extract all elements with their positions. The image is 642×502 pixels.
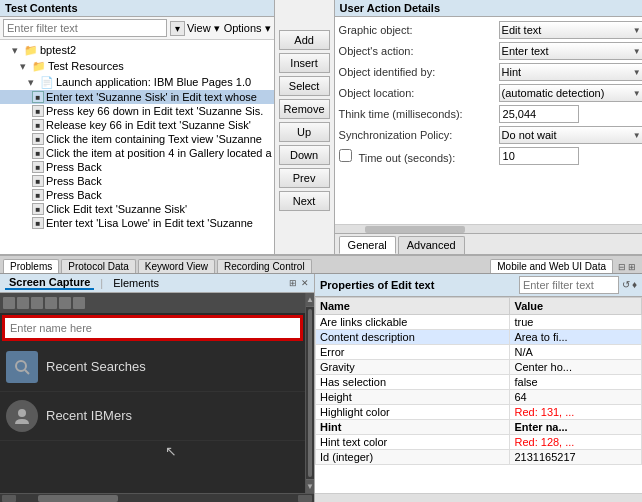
tree-step-label6: Press Back [46, 161, 102, 173]
folder-icon: 📁 [24, 43, 38, 57]
tree-item-step8[interactable]: ■ Press Back [0, 188, 274, 202]
prop-name-4: Gravity [316, 359, 510, 374]
search-icon [13, 358, 31, 376]
minimize-icon[interactable]: ⊟ [618, 262, 626, 272]
timeout-input[interactable] [499, 147, 579, 165]
tab-general[interactable]: General [339, 236, 396, 254]
up-button[interactable]: Up [279, 122, 330, 142]
tree-step-label2: Press key 66 down in Edit text 'Suzanne … [46, 105, 263, 117]
sc-corner-icon[interactable]: ✕ [301, 278, 309, 288]
recent-ibmers-item[interactable]: Recent IBMers [0, 392, 305, 441]
properties-title: Properties of Edit text [320, 279, 519, 291]
down-button[interactable]: Down [279, 145, 330, 165]
graphic-object-label: Graphic object: [339, 24, 499, 36]
sc-scroll-thumb-h[interactable] [38, 495, 118, 502]
tree-item-step2[interactable]: ■ Press key 66 down in Edit text 'Suzann… [0, 104, 274, 118]
step-icon-4: ■ [32, 133, 44, 145]
prop-value-10: 2131165217 [510, 449, 642, 464]
prop-name-9: Hint text color [316, 434, 510, 449]
props-icon-1[interactable]: ↺ [622, 279, 630, 290]
sc-bottom-scrollbar[interactable] [0, 493, 314, 502]
sc-scroll-down[interactable]: ▼ [306, 479, 314, 493]
svg-line-1 [25, 370, 29, 374]
prop-row-7: Highlight color Red: 131, ... [316, 404, 642, 419]
step-icon-5: ■ [32, 147, 44, 159]
tree-item-step5[interactable]: ■ Click the item at position 4 in Galler… [0, 146, 274, 160]
prop-name-8: Hint [316, 419, 510, 434]
sc-right-scrollbar[interactable]: ▲ ▼ [305, 293, 314, 493]
view-label[interactable]: View ▾ [187, 22, 220, 35]
prop-name-7: Highlight color [316, 404, 510, 419]
graphic-object-select[interactable]: Edit text [499, 21, 642, 39]
sc-maximize-icon[interactable]: ⊞ [289, 278, 297, 288]
object-identified-select[interactable]: Hint [499, 63, 642, 81]
timeout-checkbox[interactable] [339, 149, 352, 162]
prop-value-5: false [510, 374, 642, 389]
tree-step-label4: Click the item containing Text view 'Suz… [46, 133, 262, 145]
recent-searches-item[interactable]: Recent Searches [0, 343, 305, 392]
recent-ibmers-label: Recent IBMers [46, 408, 132, 423]
search-input[interactable] [5, 318, 300, 338]
tab-problems[interactable]: Problems [3, 259, 59, 273]
properties-filter[interactable] [519, 276, 619, 294]
test-contents-header: Test Contents [0, 0, 274, 17]
tree-item-label2: Test Resources [48, 60, 124, 72]
sc-toolbar-icon-1 [3, 297, 15, 309]
select-button[interactable]: Select [279, 76, 330, 96]
tree-item-step9[interactable]: ■ Click Edit text 'Suzanne Sisk' [0, 202, 274, 216]
sc-scroll-right[interactable] [298, 495, 312, 502]
tree-item-test-resources[interactable]: ▾ 📁 Test Resources [0, 58, 274, 74]
sc-toolbar-icon-4 [45, 297, 57, 309]
tree-item-step6[interactable]: ■ Press Back [0, 160, 274, 174]
sc-toolbar-icon-2 [17, 297, 29, 309]
tab-controls: ⊟ ⊞ [615, 261, 639, 273]
insert-button[interactable]: Insert [279, 53, 330, 73]
remove-button[interactable]: Remove [279, 99, 330, 119]
expand-icon3: ▾ [24, 75, 38, 89]
svg-point-2 [18, 409, 26, 417]
tab-keyword-view[interactable]: Keyword View [138, 259, 215, 273]
sc-scroll-left[interactable] [2, 495, 16, 502]
view-button[interactable]: ▾ [170, 21, 185, 36]
sc-scroll-thumb[interactable] [308, 309, 312, 477]
step-icon-3: ■ [32, 119, 44, 131]
tree-item-step1[interactable]: ■ Enter text 'Suzanne Sisk' in Edit text… [0, 90, 274, 104]
sc-tab-screen-capture[interactable]: Screen Capture [5, 276, 94, 290]
tab-advanced[interactable]: Advanced [398, 236, 465, 254]
props-icon-2[interactable]: ♦ [632, 279, 637, 290]
add-button[interactable]: Add [279, 30, 330, 50]
tree-item-step3[interactable]: ■ Release key 66 in Edit text 'Suzanne S… [0, 118, 274, 132]
folder-icon2: 📁 [32, 59, 46, 73]
think-time-input[interactable] [499, 105, 579, 123]
prop-row-3: Error N/A [316, 344, 642, 359]
options-label[interactable]: Options ▾ [224, 22, 271, 35]
tree-item-step10[interactable]: ■ Enter text 'Lisa Lowe' in Edit text 'S… [0, 216, 274, 230]
props-bottom-scroll[interactable] [315, 493, 642, 502]
prop-name-1: Are links clickable [316, 314, 510, 329]
prop-value-4: Center ho... [510, 359, 642, 374]
sync-policy-select[interactable]: Do not wait [499, 126, 642, 144]
col-name: Name [316, 297, 510, 314]
step-icon-1: ■ [32, 91, 44, 103]
tree-step-label7: Press Back [46, 175, 102, 187]
test-contents-filter[interactable] [3, 19, 167, 37]
sc-tab-separator: | [100, 277, 103, 289]
tree-item-step4[interactable]: ■ Click the item containing Text view 'S… [0, 132, 274, 146]
object-location-select[interactable]: (automatic detection) [499, 84, 642, 102]
tab-mobile-web[interactable]: Mobile and Web UI Data [490, 259, 613, 273]
tab-recording-control[interactable]: Recording Control [217, 259, 312, 273]
next-button[interactable]: Next [279, 191, 330, 211]
tree-step-label9: Click Edit text 'Suzanne Sisk' [46, 203, 187, 215]
tab-protocol-data[interactable]: Protocol Data [61, 259, 136, 273]
action-buttons: Add Insert Select Remove Up Down Prev Ne… [275, 0, 335, 254]
prev-button[interactable]: Prev [279, 168, 330, 188]
tree-item-launch[interactable]: ▾ 📄 Launch application: IBM Blue Pages 1… [0, 74, 274, 90]
sc-tab-elements[interactable]: Elements [109, 277, 163, 289]
sc-scroll-up[interactable]: ▲ [306, 293, 314, 307]
objects-action-select[interactable]: Enter text [499, 42, 642, 60]
maximize-icon[interactable]: ⊞ [628, 262, 636, 272]
tree-item-step7[interactable]: ■ Press Back [0, 174, 274, 188]
user-action-content: Graphic object: Edit text Object's actio… [335, 17, 642, 224]
tree-item-bptest2[interactable]: ▾ 📁 bptest2 [0, 42, 274, 58]
tree-step-label3: Release key 66 in Edit text 'Suzanne Sis… [46, 119, 251, 131]
